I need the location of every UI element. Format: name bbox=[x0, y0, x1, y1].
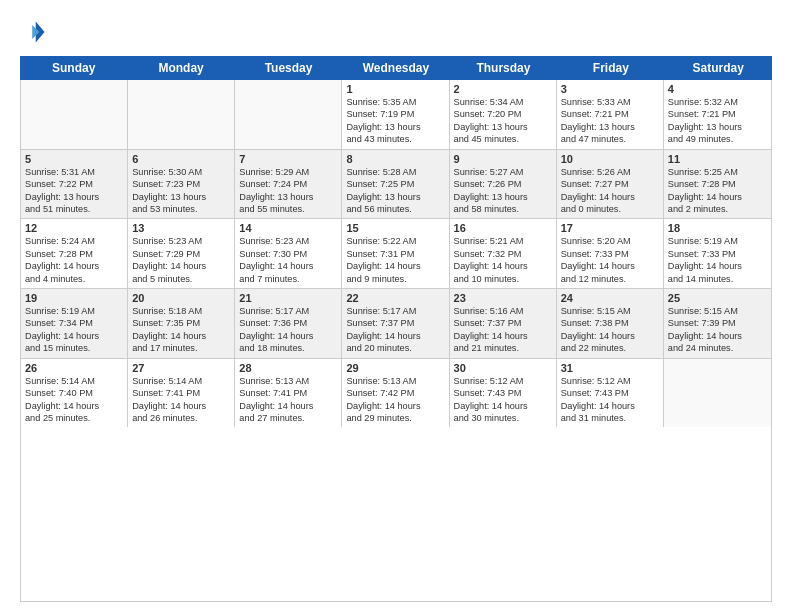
day-number: 23 bbox=[454, 292, 552, 304]
day-info: Sunrise: 5:17 AM Sunset: 7:37 PM Dayligh… bbox=[346, 305, 444, 355]
day-number: 30 bbox=[454, 362, 552, 374]
day-info: Sunrise: 5:13 AM Sunset: 7:41 PM Dayligh… bbox=[239, 375, 337, 425]
cal-cell: 7Sunrise: 5:29 AM Sunset: 7:24 PM Daylig… bbox=[235, 150, 342, 219]
week-row-2: 5Sunrise: 5:31 AM Sunset: 7:22 PM Daylig… bbox=[21, 150, 771, 220]
day-info: Sunrise: 5:13 AM Sunset: 7:42 PM Dayligh… bbox=[346, 375, 444, 425]
day-number: 26 bbox=[25, 362, 123, 374]
day-info: Sunrise: 5:34 AM Sunset: 7:20 PM Dayligh… bbox=[454, 96, 552, 146]
day-info: Sunrise: 5:23 AM Sunset: 7:29 PM Dayligh… bbox=[132, 235, 230, 285]
calendar-grid: 1Sunrise: 5:35 AM Sunset: 7:19 PM Daylig… bbox=[20, 80, 772, 602]
day-number: 24 bbox=[561, 292, 659, 304]
day-number: 7 bbox=[239, 153, 337, 165]
day-number: 9 bbox=[454, 153, 552, 165]
cal-cell: 13Sunrise: 5:23 AM Sunset: 7:29 PM Dayli… bbox=[128, 219, 235, 288]
day-number: 10 bbox=[561, 153, 659, 165]
day-number: 12 bbox=[25, 222, 123, 234]
cal-cell: 29Sunrise: 5:13 AM Sunset: 7:42 PM Dayli… bbox=[342, 359, 449, 428]
day-info: Sunrise: 5:12 AM Sunset: 7:43 PM Dayligh… bbox=[454, 375, 552, 425]
day-header-wednesday: Wednesday bbox=[342, 56, 449, 80]
day-header-sunday: Sunday bbox=[20, 56, 127, 80]
day-header-thursday: Thursday bbox=[450, 56, 557, 80]
day-number: 8 bbox=[346, 153, 444, 165]
logo bbox=[20, 18, 52, 46]
day-info: Sunrise: 5:19 AM Sunset: 7:33 PM Dayligh… bbox=[668, 235, 767, 285]
cal-cell: 25Sunrise: 5:15 AM Sunset: 7:39 PM Dayli… bbox=[664, 289, 771, 358]
day-info: Sunrise: 5:23 AM Sunset: 7:30 PM Dayligh… bbox=[239, 235, 337, 285]
day-info: Sunrise: 5:27 AM Sunset: 7:26 PM Dayligh… bbox=[454, 166, 552, 216]
cal-cell: 17Sunrise: 5:20 AM Sunset: 7:33 PM Dayli… bbox=[557, 219, 664, 288]
cal-cell: 12Sunrise: 5:24 AM Sunset: 7:28 PM Dayli… bbox=[21, 219, 128, 288]
cal-cell: 4Sunrise: 5:32 AM Sunset: 7:21 PM Daylig… bbox=[664, 80, 771, 149]
cal-cell: 27Sunrise: 5:14 AM Sunset: 7:41 PM Dayli… bbox=[128, 359, 235, 428]
day-info: Sunrise: 5:31 AM Sunset: 7:22 PM Dayligh… bbox=[25, 166, 123, 216]
day-number: 20 bbox=[132, 292, 230, 304]
day-number: 1 bbox=[346, 83, 444, 95]
day-number: 25 bbox=[668, 292, 767, 304]
day-info: Sunrise: 5:28 AM Sunset: 7:25 PM Dayligh… bbox=[346, 166, 444, 216]
page: SundayMondayTuesdayWednesdayThursdayFrid… bbox=[0, 0, 792, 612]
day-number: 14 bbox=[239, 222, 337, 234]
day-number: 4 bbox=[668, 83, 767, 95]
cal-cell: 16Sunrise: 5:21 AM Sunset: 7:32 PM Dayli… bbox=[450, 219, 557, 288]
day-number: 28 bbox=[239, 362, 337, 374]
cal-cell: 1Sunrise: 5:35 AM Sunset: 7:19 PM Daylig… bbox=[342, 80, 449, 149]
day-number: 17 bbox=[561, 222, 659, 234]
day-info: Sunrise: 5:32 AM Sunset: 7:21 PM Dayligh… bbox=[668, 96, 767, 146]
week-row-4: 19Sunrise: 5:19 AM Sunset: 7:34 PM Dayli… bbox=[21, 289, 771, 359]
day-info: Sunrise: 5:15 AM Sunset: 7:39 PM Dayligh… bbox=[668, 305, 767, 355]
cal-cell: 23Sunrise: 5:16 AM Sunset: 7:37 PM Dayli… bbox=[450, 289, 557, 358]
week-row-1: 1Sunrise: 5:35 AM Sunset: 7:19 PM Daylig… bbox=[21, 80, 771, 150]
header bbox=[20, 18, 772, 46]
day-header-monday: Monday bbox=[127, 56, 234, 80]
day-info: Sunrise: 5:19 AM Sunset: 7:34 PM Dayligh… bbox=[25, 305, 123, 355]
logo-icon bbox=[20, 18, 48, 46]
cal-cell bbox=[21, 80, 128, 149]
cal-cell: 24Sunrise: 5:15 AM Sunset: 7:38 PM Dayli… bbox=[557, 289, 664, 358]
day-info: Sunrise: 5:21 AM Sunset: 7:32 PM Dayligh… bbox=[454, 235, 552, 285]
day-info: Sunrise: 5:14 AM Sunset: 7:40 PM Dayligh… bbox=[25, 375, 123, 425]
cal-cell: 22Sunrise: 5:17 AM Sunset: 7:37 PM Dayli… bbox=[342, 289, 449, 358]
cal-cell: 30Sunrise: 5:12 AM Sunset: 7:43 PM Dayli… bbox=[450, 359, 557, 428]
cal-cell: 26Sunrise: 5:14 AM Sunset: 7:40 PM Dayli… bbox=[21, 359, 128, 428]
day-info: Sunrise: 5:18 AM Sunset: 7:35 PM Dayligh… bbox=[132, 305, 230, 355]
week-row-3: 12Sunrise: 5:24 AM Sunset: 7:28 PM Dayli… bbox=[21, 219, 771, 289]
week-row-5: 26Sunrise: 5:14 AM Sunset: 7:40 PM Dayli… bbox=[21, 359, 771, 428]
day-number: 3 bbox=[561, 83, 659, 95]
cal-cell: 5Sunrise: 5:31 AM Sunset: 7:22 PM Daylig… bbox=[21, 150, 128, 219]
cal-cell: 14Sunrise: 5:23 AM Sunset: 7:30 PM Dayli… bbox=[235, 219, 342, 288]
cal-cell: 28Sunrise: 5:13 AM Sunset: 7:41 PM Dayli… bbox=[235, 359, 342, 428]
cal-cell: 3Sunrise: 5:33 AM Sunset: 7:21 PM Daylig… bbox=[557, 80, 664, 149]
day-info: Sunrise: 5:24 AM Sunset: 7:28 PM Dayligh… bbox=[25, 235, 123, 285]
day-info: Sunrise: 5:14 AM Sunset: 7:41 PM Dayligh… bbox=[132, 375, 230, 425]
day-info: Sunrise: 5:29 AM Sunset: 7:24 PM Dayligh… bbox=[239, 166, 337, 216]
day-info: Sunrise: 5:20 AM Sunset: 7:33 PM Dayligh… bbox=[561, 235, 659, 285]
day-number: 19 bbox=[25, 292, 123, 304]
cal-cell: 6Sunrise: 5:30 AM Sunset: 7:23 PM Daylig… bbox=[128, 150, 235, 219]
day-info: Sunrise: 5:17 AM Sunset: 7:36 PM Dayligh… bbox=[239, 305, 337, 355]
cal-cell: 21Sunrise: 5:17 AM Sunset: 7:36 PM Dayli… bbox=[235, 289, 342, 358]
day-number: 18 bbox=[668, 222, 767, 234]
cal-cell bbox=[128, 80, 235, 149]
day-number: 16 bbox=[454, 222, 552, 234]
day-number: 21 bbox=[239, 292, 337, 304]
day-number: 22 bbox=[346, 292, 444, 304]
cal-cell bbox=[664, 359, 771, 428]
cal-cell bbox=[235, 80, 342, 149]
day-info: Sunrise: 5:26 AM Sunset: 7:27 PM Dayligh… bbox=[561, 166, 659, 216]
day-number: 11 bbox=[668, 153, 767, 165]
cal-cell: 11Sunrise: 5:25 AM Sunset: 7:28 PM Dayli… bbox=[664, 150, 771, 219]
day-number: 6 bbox=[132, 153, 230, 165]
cal-cell: 20Sunrise: 5:18 AM Sunset: 7:35 PM Dayli… bbox=[128, 289, 235, 358]
day-header-saturday: Saturday bbox=[665, 56, 772, 80]
day-number: 29 bbox=[346, 362, 444, 374]
day-header-friday: Friday bbox=[557, 56, 664, 80]
day-info: Sunrise: 5:35 AM Sunset: 7:19 PM Dayligh… bbox=[346, 96, 444, 146]
day-info: Sunrise: 5:16 AM Sunset: 7:37 PM Dayligh… bbox=[454, 305, 552, 355]
day-info: Sunrise: 5:33 AM Sunset: 7:21 PM Dayligh… bbox=[561, 96, 659, 146]
day-number: 2 bbox=[454, 83, 552, 95]
day-info: Sunrise: 5:12 AM Sunset: 7:43 PM Dayligh… bbox=[561, 375, 659, 425]
calendar-header: SundayMondayTuesdayWednesdayThursdayFrid… bbox=[20, 56, 772, 80]
cal-cell: 2Sunrise: 5:34 AM Sunset: 7:20 PM Daylig… bbox=[450, 80, 557, 149]
cal-cell: 10Sunrise: 5:26 AM Sunset: 7:27 PM Dayli… bbox=[557, 150, 664, 219]
cal-cell: 19Sunrise: 5:19 AM Sunset: 7:34 PM Dayli… bbox=[21, 289, 128, 358]
